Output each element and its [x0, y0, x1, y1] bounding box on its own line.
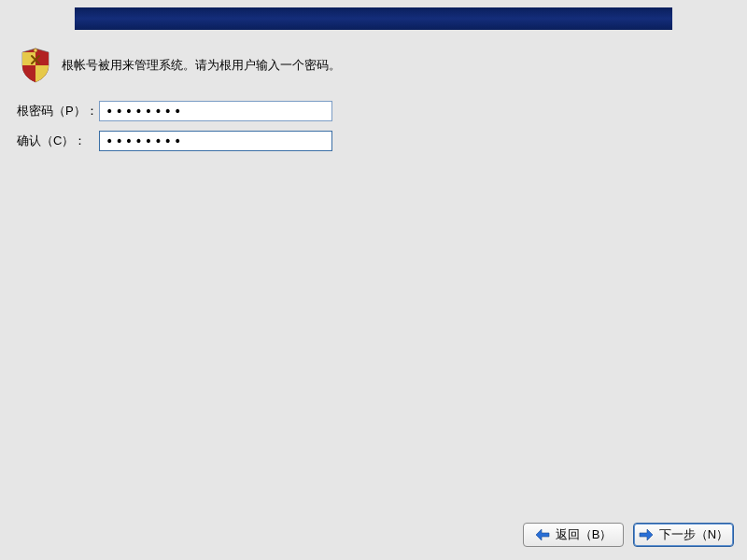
confirm-password-input[interactable]	[99, 131, 332, 151]
shield-icon	[19, 47, 52, 84]
button-bar: 返回（B） 下一步（N）	[523, 523, 734, 547]
arrow-left-icon	[535, 528, 550, 541]
arrow-right-icon	[639, 528, 654, 541]
root-password-label: 根密码（P）：	[17, 103, 99, 119]
confirm-password-label: 确认（C）：	[17, 133, 99, 149]
password-form: 根密码（P）： 确认（C）：	[17, 101, 332, 161]
next-button-label: 下一步（N）	[659, 526, 728, 543]
back-button-label: 返回（B）	[556, 526, 613, 543]
header-banner	[75, 7, 672, 30]
next-button[interactable]: 下一步（N）	[633, 523, 734, 547]
instruction-text: 根帐号被用来管理系统。请为根用户输入一个密码。	[62, 57, 341, 74]
root-password-input[interactable]	[99, 101, 332, 121]
back-button[interactable]: 返回（B）	[523, 523, 624, 547]
svg-point-0	[34, 49, 37, 52]
instruction-row: 根帐号被用来管理系统。请为根用户输入一个密码。	[19, 47, 341, 84]
confirm-password-row: 确认（C）：	[17, 131, 332, 151]
root-password-row: 根密码（P）：	[17, 101, 332, 121]
